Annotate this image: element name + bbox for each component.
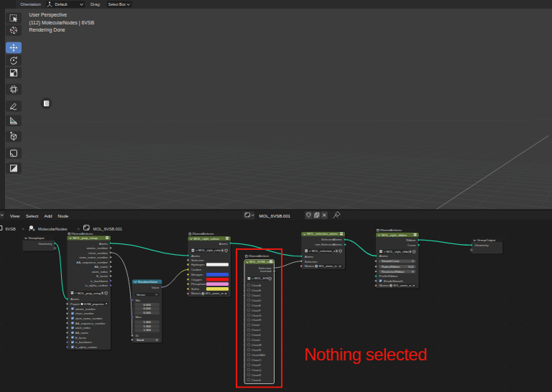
svg-text:Min: Min <box>136 299 142 302</box>
svg-text:ChainNAG: ChainNAG <box>252 353 265 357</box>
svg-text:MOL_style_ribbon: MOL_style_ribbon <box>387 250 412 253</box>
svg-text:Vector: Vector <box>137 293 145 297</box>
svg-text:Material: Material <box>380 284 390 287</box>
svg-text:GroupInput: GroupInput <box>29 236 45 240</box>
svg-text:MOL_style_colour: MOL_style_colour <box>198 248 223 252</box>
svg-text:9NamedAttributes: 9NamedAttributes <box>71 233 93 235</box>
svg-text:SmoothCurve: SmoothCurve <box>382 259 400 263</box>
svg-text:ChainL: ChainL <box>252 338 261 342</box>
svg-text:is_backbone: is_backbone <box>75 340 93 344</box>
svg-text:(112) MolecularNodes | 6VSB: (112) MolecularNodes | 6VSB <box>29 20 95 26</box>
svg-text:ChainO: ChainO <box>252 358 262 362</box>
svg-text:Phosphate: Phosphate <box>191 282 206 286</box>
svg-text:ChainG: ChainG <box>252 314 262 317</box>
svg-text:2NamedAttributes: 2NamedAttributes <box>192 233 213 235</box>
svg-text:ChainB: ChainB <box>252 289 261 292</box>
svg-text:User Perspective: User Perspective <box>29 12 68 18</box>
svg-text:>: > <box>22 227 24 231</box>
svg-text:Seed: Seed <box>137 338 144 342</box>
svg-text:ChainK: ChainK <box>252 333 261 337</box>
svg-text:6VSB_properties: 6VSB_properties <box>84 303 104 306</box>
svg-text:Material: Material <box>305 264 316 268</box>
svg-text:Ribbon: Ribbon <box>406 238 416 242</box>
svg-text:Node: Node <box>58 213 69 218</box>
svg-text:ChainH: ChainH <box>252 318 261 322</box>
svg-text:ChainI: ChainI <box>252 323 260 327</box>
svg-text:Geometry: Geometry <box>474 243 489 247</box>
svg-text:chain_number: chain_number <box>75 312 95 315</box>
svg-text:1.300: 1.300 <box>144 320 152 324</box>
svg-text:ChainF: ChainF <box>252 309 261 312</box>
svg-text:ChainN: ChainN <box>252 348 261 352</box>
svg-text:is_alpha_carbon: is_alpha_carbon <box>75 345 98 349</box>
svg-text:MOL_6VSB.001: MOL_6VSB.001 <box>259 214 291 218</box>
svg-text:MOL_prop_setup: MOL_prop_setup <box>78 291 101 295</box>
svg-text:MOL_atomic_m..: MOL_atomic_m.. <box>318 265 338 268</box>
svg-text:ChainM: ChainM <box>252 343 262 347</box>
svg-text:non-SelectedAtoms: non-SelectedAtoms <box>316 243 343 246</box>
svg-text:ChainA: ChainA <box>252 284 261 287</box>
svg-text:Oxygen: Oxygen <box>191 278 202 281</box>
svg-text:Selection: Selection <box>305 260 318 263</box>
svg-text:AA_sequence_number: AA_sequence_number <box>75 322 106 325</box>
svg-text:Max: Max <box>136 315 142 319</box>
svg-text:0.000: 0.000 <box>144 303 152 307</box>
svg-text:Drag:: Drag: <box>91 2 101 6</box>
svg-text:ChainP: ChainP <box>252 363 261 367</box>
svg-text:ChainC: ChainC <box>252 294 261 297</box>
svg-text:Select: Select <box>26 213 38 218</box>
svg-text:View: View <box>10 213 20 218</box>
svg-text:Material: Material <box>191 291 202 295</box>
svg-text:AA_name: AA_name <box>94 265 108 269</box>
svg-text:1NamedAttribute: 1NamedAttribute <box>249 255 270 258</box>
svg-text:ChainR: ChainR <box>252 373 261 377</box>
svg-text:Geometry: Geometry <box>38 242 52 246</box>
svg-text:is_backbone: is_backbone <box>91 279 109 283</box>
svg-text:1.300: 1.300 <box>144 328 152 332</box>
svg-text:is_alpha_carbon: is_alpha_carbon <box>85 284 108 287</box>
svg-text:Curve: Curve <box>408 243 416 247</box>
svg-text:Default: Default <box>55 2 68 6</box>
svg-text:MOL_style_colour: MOL_style_colour <box>194 237 220 241</box>
svg-text:3.00: 3.00 <box>408 265 415 269</box>
svg-text:MOL_atomic_m..: MOL_atomic_m.. <box>206 292 225 295</box>
svg-text:B_factor: B_factor <box>75 336 87 340</box>
svg-text:atomic_number: atomic_number <box>86 246 108 250</box>
svg-text:Hydrogen: Hydrogen <box>191 263 205 266</box>
svg-text:Rendering Done: Rendering Done <box>29 27 65 33</box>
svg-text:Carbon: Carbon <box>191 268 202 271</box>
svg-text:ChainS: ChainS <box>252 378 261 382</box>
svg-text:MOL_6VSB.001: MOL_6VSB.001 <box>93 227 122 231</box>
svg-text:6VSB: 6VSB <box>6 227 17 231</box>
svg-text:ResolutionRibbon: ResolutionRibbon <box>382 270 405 274</box>
svg-text:Selection: Selection <box>191 258 204 262</box>
svg-text:ChainQ: ChainQ <box>252 368 262 372</box>
svg-text:>: > <box>78 227 80 231</box>
svg-text:3NamedAttributes: 3NamedAttributes <box>380 229 402 232</box>
svg-text:MOL_selection_atoms: MOL_selection_atoms <box>307 232 338 235</box>
svg-text:ChainE: ChainE <box>252 304 261 307</box>
svg-text:ProfileRibbon: ProfileRibbon <box>380 274 398 278</box>
svg-text:MOL_6VS..: MOL_6VS.. <box>254 276 270 280</box>
svg-text:Nitrogen: Nitrogen <box>191 273 203 276</box>
svg-text:SelectedAtoms: SelectedAtoms <box>321 238 342 241</box>
svg-text:MolecularNodes: MolecularNodes <box>38 227 68 231</box>
svg-text:atomic_number: atomic_number <box>75 307 96 311</box>
svg-text:Atoms: Atoms <box>219 242 228 246</box>
svg-text:Sulfur: Sulfur <box>191 287 200 291</box>
svg-text:AA_sequence_number: AA_sequence_number <box>76 261 108 264</box>
svg-text:Atoms: Atoms <box>191 254 200 258</box>
svg-text:atom_name_number: atom_name_number <box>75 317 103 320</box>
svg-text:B_factor: B_factor <box>96 274 109 278</box>
svg-text:Atoms: Atoms <box>305 255 313 258</box>
svg-text:MOL_style_ribbon: MOL_style_ribbon <box>382 233 407 237</box>
svg-text:Nothing selected: Nothing selected <box>304 345 427 364</box>
svg-text:AA_name: AA_name <box>75 331 89 335</box>
svg-text:Inverted: Inverted <box>260 269 272 273</box>
svg-text:Add: Add <box>45 213 53 218</box>
svg-text:0.000: 0.000 <box>144 307 152 310</box>
svg-text:ShadeSmooth: ShadeSmooth <box>384 279 404 283</box>
svg-text:atom_index: atom_index <box>92 270 109 274</box>
svg-text:Value: Value <box>152 286 160 289</box>
svg-text:atom_name_number: atom_name_number <box>79 256 108 259</box>
